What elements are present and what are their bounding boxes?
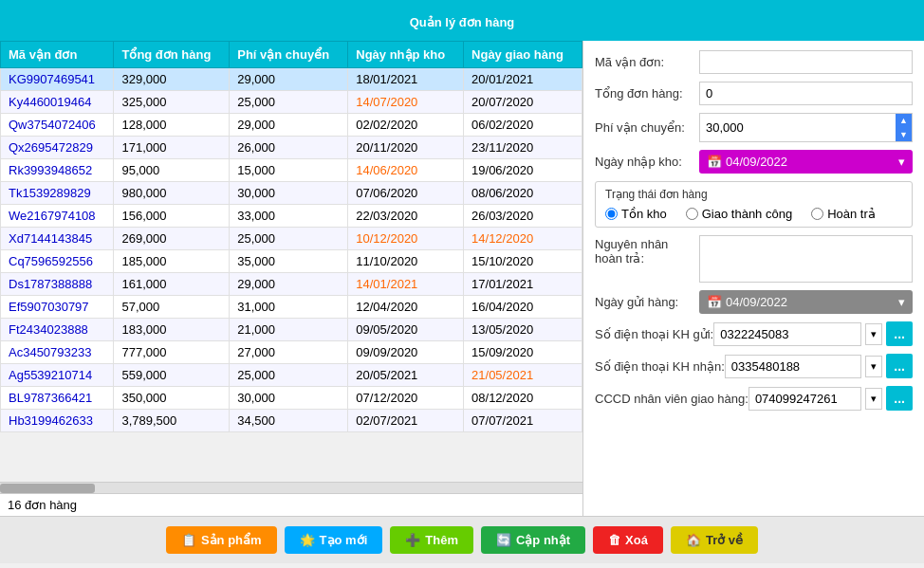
table-row[interactable]: KG9907469541 329,000 29,000 18/01/2021 2… [1, 68, 582, 91]
cell-import-date: 14/07/2020 [348, 91, 464, 114]
cell-ship: 29,000 [230, 68, 348, 91]
radio-ton-kho[interactable]: Tồn kho [605, 207, 667, 221]
table-row[interactable]: Hb3199462633 3,789,500 34,500 02/07/2021… [1, 410, 582, 432]
xoa-icon: 🗑 [608, 533, 620, 547]
cell-id: Qx2695472829 [1, 137, 114, 159]
sdt-gui-select[interactable]: 0322245083 [713, 322, 861, 346]
xoa-button[interactable]: 🗑 Xoá [593, 526, 663, 554]
nguyen-nhan-textarea[interactable] [699, 235, 913, 283]
cell-id: Ft2434023888 [1, 319, 114, 341]
radio-ton-kho-input[interactable] [605, 208, 618, 220]
cap-nhat-button[interactable]: 🔄 Cập nhật [481, 526, 585, 554]
table-row[interactable]: Ac3450793233 777,000 27,000 09/09/2020 1… [1, 341, 582, 364]
them-button[interactable]: ➕ Thêm [390, 526, 473, 554]
sdt-nhan-select[interactable]: 0335480188 [725, 355, 862, 378]
table-row[interactable]: Ef5907030797 57,000 31,000 12/04/2020 16… [1, 296, 582, 319]
phi-van-chuyen-input[interactable] [700, 114, 896, 141]
tong-don-hang-label: Tổng đơn hàng: [595, 86, 699, 101]
cell-import-date: 09/09/2020 [348, 341, 464, 364]
cell-id: KG9907469541 [1, 68, 114, 91]
spin-up-button[interactable]: ▲ [896, 114, 912, 128]
sdt-gui-dots-button[interactable]: ... [886, 321, 913, 346]
cell-id: Ac3450793233 [1, 341, 114, 364]
table-row[interactable]: Qx2695472829 171,000 26,000 20/11/2020 2… [1, 137, 582, 159]
ma-van-don-label: Mã vận đơn: [595, 55, 699, 69]
phi-van-chuyen-label: Phí vận chuyển: [595, 120, 699, 135]
table-row[interactable]: Qw3754072406 128,000 29,000 02/02/2020 0… [1, 114, 582, 137]
cell-delivery-date: 23/11/2020 [464, 137, 582, 159]
table-row[interactable]: Xd7144143845 269,000 25,000 10/12/2020 1… [1, 228, 582, 250]
cell-ship: 35,000 [230, 250, 348, 273]
chevron-down-icon-5: ▾ [865, 388, 882, 410]
table-row[interactable]: Ds1787388888 161,000 29,000 14/01/2021 1… [1, 273, 582, 296]
cell-id: Ag5539210714 [1, 364, 114, 387]
tao-moi-icon: 🌟 [300, 533, 315, 547]
them-icon: ➕ [405, 533, 420, 547]
col-ma-van-don: Mã vận đơn [1, 42, 114, 68]
chevron-down-icon-2: ▾ [898, 295, 905, 309]
tong-don-hang-input[interactable] [699, 82, 913, 105]
col-ngay-giao-hang: Ngày giao hàng [464, 42, 582, 68]
cell-ship: 34,500 [230, 410, 348, 432]
cap-nhat-label: Cập nhật [516, 533, 570, 547]
cell-id: Ef5907030797 [1, 296, 114, 319]
tro-ve-button[interactable]: 🏠 Trở về [671, 526, 758, 554]
cell-delivery-date: 17/01/2021 [464, 273, 582, 296]
cell-delivery-date: 06/02/2020 [464, 114, 582, 137]
cell-import-date: 20/11/2020 [348, 137, 464, 159]
cell-import-date: 02/07/2021 [348, 410, 464, 432]
horizontal-scrollbar[interactable] [0, 482, 582, 493]
radio-giao-thanh-cong-label: Giao thành công [702, 207, 792, 221]
chevron-down-icon-3: ▾ [865, 323, 882, 345]
cccd-dots-button[interactable]: ... [886, 386, 913, 411]
table-row[interactable]: Ky4460019464 325,000 25,000 14/07/2020 2… [1, 91, 582, 114]
cell-delivery-date: 13/05/2020 [464, 319, 582, 341]
radio-giao-thanh-cong-input[interactable] [686, 208, 698, 220]
ngay-nhap-kho-row: Ngày nhập kho: 📅 04/09/2022 ▾ [595, 150, 913, 174]
cccd-row: CCCD nhân viên giao hàng: 074099247261 ▾… [595, 386, 913, 411]
cell-total: 269,000 [114, 228, 230, 250]
cell-delivery-date: 08/12/2020 [464, 387, 582, 410]
phi-van-chuyen-spinner: ▲ ▼ [699, 113, 913, 142]
cell-total: 128,000 [114, 114, 230, 137]
cell-import-date: 18/01/2021 [348, 68, 464, 91]
sdt-nhan-dropdown-row: 0335480188 ▾ ... [725, 354, 913, 378]
tao-moi-label: Tạo mới [320, 533, 368, 547]
tao-moi-button[interactable]: 🌟 Tạo mới [285, 526, 383, 554]
san-pham-button[interactable]: 📋 Sản phẩm [166, 526, 277, 554]
radio-giao-thanh-cong[interactable]: Giao thành công [686, 207, 792, 221]
table-row[interactable]: Tk1539289829 980,000 30,000 07/06/2020 0… [1, 182, 582, 205]
sdt-gui-label: Số điện thoại KH gửi: [595, 327, 713, 341]
ngay-gui-picker[interactable]: 📅 04/09/2022 ▾ [699, 290, 913, 314]
ma-van-don-input[interactable] [699, 50, 913, 74]
cccd-select[interactable]: 074099247261 [748, 387, 861, 411]
table-row[interactable]: We2167974108 156,000 33,000 22/03/2020 2… [1, 205, 582, 228]
radio-hoan-tra[interactable]: Hoàn trả [811, 207, 876, 221]
ngay-nhap-kho-value: 04/09/2022 [726, 155, 898, 169]
cell-ship: 15,000 [230, 159, 348, 182]
toolbar: 📋 Sản phẩm 🌟 Tạo mới ➕ Thêm 🔄 Cập nhật 🗑… [0, 516, 924, 563]
ngay-nhap-kho-picker[interactable]: 📅 04/09/2022 ▾ [699, 150, 913, 174]
cell-ship: 25,000 [230, 228, 348, 250]
ngay-gui-value: 04/09/2022 [726, 295, 898, 309]
ngay-nhap-kho-label: Ngày nhập kho: [595, 155, 699, 169]
table-row[interactable]: Ag5539210714 559,000 25,000 20/05/2021 2… [1, 364, 582, 387]
table-row[interactable]: Cq7596592556 185,000 35,000 11/10/2020 1… [1, 250, 582, 273]
sdt-gui-dropdown-row: 0322245083 ▾ ... [713, 321, 913, 346]
table-area: Mã vận đơn Tổng đơn hàng Phí vận chuyển … [0, 41, 583, 516]
cell-ship: 25,000 [230, 364, 348, 387]
table-row[interactable]: BL9787366421 350,000 30,000 07/12/2020 0… [1, 387, 582, 410]
radio-hoan-tra-input[interactable] [811, 208, 823, 220]
cell-delivery-date: 08/06/2020 [464, 182, 582, 205]
table-row[interactable]: Rk3993948652 95,000 15,000 14/06/2020 19… [1, 159, 582, 182]
cell-delivery-date: 07/07/2021 [464, 410, 582, 432]
ma-van-don-row: Mã vận đơn: [595, 50, 913, 74]
table-row[interactable]: Ft2434023888 183,000 21,000 09/05/2020 1… [1, 319, 582, 341]
col-ngay-nhap-kho: Ngày nhập kho [348, 42, 464, 68]
table-scroll[interactable]: Mã vận đơn Tổng đơn hàng Phí vận chuyển … [0, 41, 582, 482]
sdt-nhan-dots-button[interactable]: ... [886, 354, 913, 378]
cell-ship: 33,000 [230, 205, 348, 228]
spin-down-button[interactable]: ▼ [896, 128, 912, 142]
trang-thai-group: Trạng thái đơn hàng Tồn kho Giao thành c… [595, 181, 913, 228]
cell-delivery-date: 21/05/2021 [464, 364, 582, 387]
